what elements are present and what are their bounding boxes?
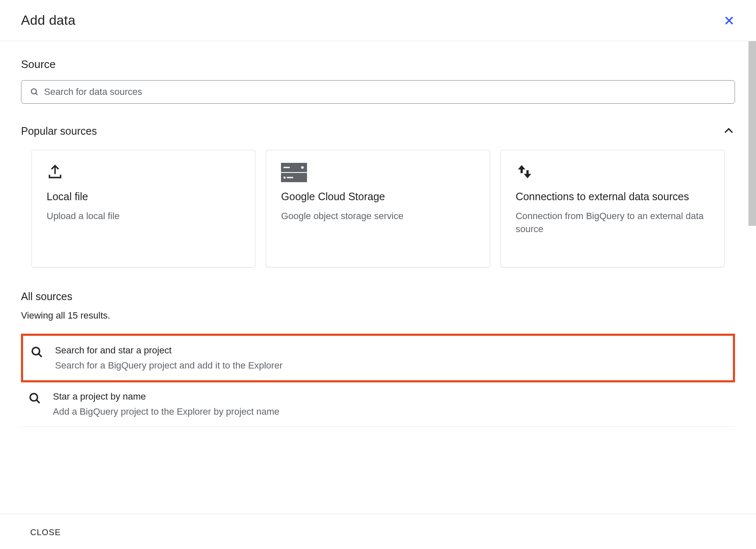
search-icon	[30, 87, 39, 97]
card-desc: Upload a local file	[47, 209, 240, 223]
card-title: Google Cloud Storage	[281, 190, 475, 204]
popular-cards-row: Local file Upload a local file Google Cl…	[21, 150, 735, 267]
svg-line-8	[37, 400, 39, 403]
popular-sources-header[interactable]: Popular sources	[21, 125, 735, 137]
upload-icon	[47, 163, 240, 187]
scrollbar[interactable]	[748, 41, 756, 226]
svg-line-3	[36, 93, 37, 95]
chevron-up-icon	[722, 125, 735, 137]
card-local-file[interactable]: Local file Upload a local file	[32, 150, 255, 267]
all-sources-title: All sources	[21, 290, 735, 303]
all-sources-list: Search for and star a project Search for…	[21, 334, 735, 427]
list-text: Search for and star a project Search for…	[55, 345, 283, 371]
list-item-title: Search for and star a project	[55, 345, 283, 356]
search-icon	[29, 392, 41, 405]
search-icon	[31, 346, 43, 358]
svg-point-7	[30, 394, 38, 401]
list-item-star-project-by-name[interactable]: Star a project by name Add a BigQuery pr…	[21, 382, 735, 427]
card-gcs[interactable]: Google Cloud Storage Google object stora…	[266, 150, 490, 267]
close-icon[interactable]	[723, 15, 735, 26]
svg-point-5	[32, 348, 40, 355]
svg-line-6	[39, 354, 42, 357]
dialog-header: Add data	[0, 0, 756, 41]
list-item-desc: Add a BigQuery project to the Explorer b…	[53, 406, 279, 417]
card-desc: Google object storage service	[281, 209, 475, 223]
add-data-dialog: Add data Source Popular sources	[0, 0, 756, 549]
svg-point-2	[32, 89, 37, 94]
card-title: Local file	[47, 190, 240, 204]
storage-icon	[281, 163, 475, 187]
card-external-connections[interactable]: Connections to external data sources Con…	[501, 150, 724, 267]
dialog-footer: CLOSE	[0, 514, 756, 549]
list-item-title: Star a project by name	[53, 391, 279, 402]
list-item-desc: Search for a BigQuery project and add it…	[55, 360, 283, 371]
source-search-wrap[interactable]	[21, 80, 735, 104]
list-text: Star a project by name Add a BigQuery pr…	[53, 391, 279, 417]
card-desc: Connection from BigQuery to an external …	[516, 209, 709, 236]
close-button[interactable]: CLOSE	[30, 528, 61, 537]
dialog-content: Source Popular sources	[0, 41, 756, 514]
dialog-title: Add data	[21, 13, 76, 28]
popular-sources-title: Popular sources	[21, 125, 97, 137]
card-title: Connections to external data sources	[516, 190, 709, 204]
list-item-search-star-project[interactable]: Search for and star a project Search for…	[21, 334, 735, 382]
source-label: Source	[21, 58, 735, 71]
results-count: Viewing all 15 results.	[21, 310, 735, 321]
swap-icon	[516, 163, 709, 187]
source-search-input[interactable]	[44, 86, 726, 97]
